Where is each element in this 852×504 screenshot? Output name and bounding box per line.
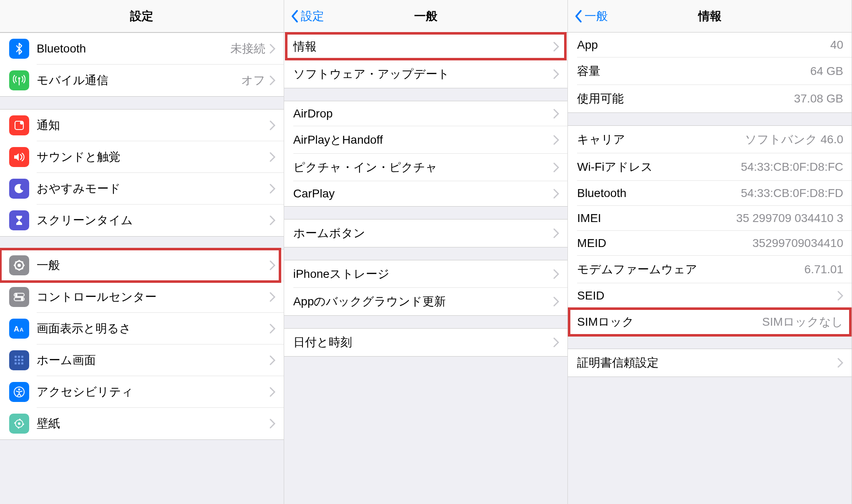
row-label: おやすみモード	[37, 181, 270, 197]
back-label: 設定	[301, 8, 324, 24]
about-panel: 一般 情報 App 40 容量 64 GB 使用可能 37.08 GB キャリア…	[568, 0, 852, 504]
general-panel: 設定 一般 情報 ソフトウェア・アップデート AirDrop AirPlayとH…	[284, 0, 568, 504]
sound-icon	[9, 147, 29, 167]
row-label: 壁紙	[37, 416, 270, 432]
grid-icon	[9, 350, 29, 370]
row-label: Appのバックグラウンド更新	[293, 294, 554, 309]
row-label: 使用可能	[577, 91, 794, 107]
svg-rect-23	[18, 359, 20, 361]
chevron-right-icon	[553, 42, 559, 52]
row-label: CarPlay	[293, 187, 554, 200]
row-label: 容量	[577, 63, 810, 79]
row-bluetooth-address: Bluetooth 54:33:CB:0F:D8:FD	[568, 181, 852, 206]
chevron-right-icon	[270, 215, 275, 225]
row-label: ホームボタン	[293, 225, 554, 241]
row-airplay[interactable]: AirPlayとHandoff	[284, 126, 568, 154]
row-home-screen[interactable]: ホーム画面	[0, 344, 284, 376]
back-button[interactable]: 一般	[575, 8, 608, 24]
chevron-right-icon	[553, 69, 559, 79]
group-device-info: キャリア ソフトバンク 46.0 Wi-Fiアドレス 54:33:CB:0F:D…	[568, 125, 852, 336]
row-capacity: 容量 64 GB	[568, 57, 852, 85]
row-date-time[interactable]: 日付と時刻	[284, 329, 568, 356]
row-display[interactable]: AA 画面表示と明るさ	[0, 313, 284, 344]
svg-text:A: A	[14, 325, 19, 333]
row-label: SIMロック	[577, 314, 762, 330]
row-accessibility[interactable]: アクセシビリティ	[0, 376, 284, 408]
row-value: 54:33:CB:0F:D8:FC	[741, 160, 843, 174]
row-label: モデムファームウェア	[577, 262, 804, 277]
row-label: Bluetooth	[37, 42, 230, 55]
chevron-right-icon	[837, 291, 843, 301]
row-general[interactable]: 一般	[0, 250, 284, 281]
chevron-right-icon	[270, 120, 275, 130]
row-label: iPhoneストレージ	[293, 266, 554, 282]
nav-title: 情報	[568, 8, 852, 24]
row-label: SEID	[577, 289, 837, 302]
row-label: App	[577, 38, 830, 52]
row-label: サウンドと触覚	[37, 149, 270, 165]
row-screentime[interactable]: スクリーンタイム	[0, 205, 284, 236]
row-label: Wi-Fiアドレス	[577, 159, 741, 175]
row-cert-trust[interactable]: 証明書信頼設定	[568, 349, 852, 377]
group-general: 一般 コントロールセンター AA 画面表示と明るさ ホーム画面	[0, 249, 284, 440]
chevron-right-icon	[270, 152, 275, 162]
svg-rect-22	[15, 359, 17, 361]
svg-rect-20	[18, 356, 20, 358]
row-label: ホーム画面	[37, 352, 270, 368]
row-home-button[interactable]: ホームボタン	[284, 220, 568, 247]
row-about[interactable]: 情報	[284, 33, 568, 60]
chevron-right-icon	[270, 75, 275, 85]
svg-line-10	[22, 268, 23, 269]
row-carplay[interactable]: CarPlay	[284, 181, 568, 206]
chevron-right-icon	[270, 324, 275, 334]
row-label: 情報	[293, 39, 554, 55]
row-modem-firmware: モデムファームウェア 6.71.01	[568, 256, 852, 283]
group-notifications: 通知 サウンドと触覚 おやすみモード スクリーンタイム	[0, 109, 284, 237]
svg-point-4	[17, 264, 21, 267]
back-button[interactable]: 設定	[291, 8, 324, 24]
row-imei: IMEI 35 299709 034410 3	[568, 206, 852, 231]
row-sounds[interactable]: サウンドと触覚	[0, 141, 284, 173]
row-software-update[interactable]: ソフトウェア・アップデート	[284, 60, 568, 88]
chevron-right-icon	[270, 260, 275, 270]
row-label: IMEI	[577, 212, 736, 225]
row-bg-refresh[interactable]: Appのバックグラウンド更新	[284, 288, 568, 315]
row-label: スクリーンタイム	[37, 212, 270, 228]
row-value: SIMロックなし	[762, 314, 843, 330]
row-value: 6.71.01	[805, 263, 843, 276]
row-seid[interactable]: SEID	[568, 283, 852, 308]
chevron-right-icon	[270, 387, 275, 397]
group-storage-info: App 40 容量 64 GB 使用可能 37.08 GB	[568, 32, 852, 113]
row-available: 使用可能 37.08 GB	[568, 85, 852, 112]
moon-icon	[9, 179, 29, 199]
row-value: 35299709034410	[752, 237, 843, 250]
row-notifications[interactable]: 通知	[0, 110, 284, 141]
notification-icon	[9, 115, 29, 135]
row-wallpaper[interactable]: 壁紙	[0, 408, 284, 439]
nav-bar: 設定	[0, 0, 284, 32]
svg-rect-21	[21, 356, 23, 358]
row-value: 40	[830, 38, 843, 52]
row-value: 37.08 GB	[794, 92, 843, 105]
row-label: Bluetooth	[577, 187, 741, 200]
chevron-right-icon	[553, 269, 559, 279]
svg-text:A: A	[20, 327, 24, 333]
svg-line-11	[15, 268, 17, 269]
row-carrier: キャリア ソフトバンク 46.0	[568, 126, 852, 153]
chevron-right-icon	[553, 189, 559, 199]
row-value: 35 299709 034410 3	[736, 212, 843, 225]
row-bluetooth[interactable]: Bluetooth 未接続	[0, 33, 284, 65]
text-size-icon: AA	[9, 319, 29, 339]
row-airdrop[interactable]: AirDrop	[284, 101, 568, 126]
svg-point-16	[21, 298, 23, 300]
svg-point-2	[20, 121, 23, 125]
row-dnd[interactable]: おやすみモード	[0, 173, 284, 205]
row-pip[interactable]: ピクチャ・イン・ピクチャ	[284, 154, 568, 181]
row-control-center[interactable]: コントロールセンター	[0, 281, 284, 313]
row-cellular[interactable]: モバイル通信 オフ	[0, 65, 284, 96]
svg-rect-26	[18, 362, 20, 364]
row-label: コントロールセンター	[37, 289, 270, 305]
wallpaper-icon	[9, 414, 29, 434]
row-storage[interactable]: iPhoneストレージ	[284, 260, 568, 288]
svg-point-0	[18, 77, 20, 80]
